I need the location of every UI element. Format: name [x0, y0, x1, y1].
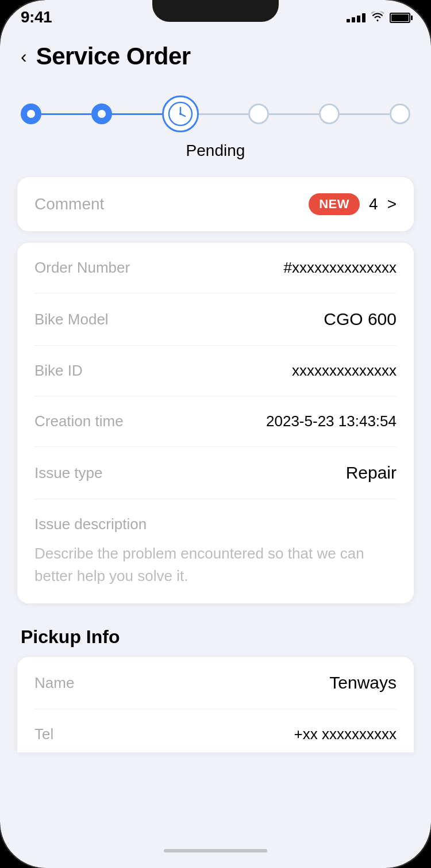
svg-point-3 [179, 113, 182, 115]
pickup-info-card: Name Tenways Tel +xx xxxxxxxxxx [17, 657, 414, 752]
pickup-name-label: Name [34, 674, 74, 692]
bike-id-value: xxxxxxxxxxxxxx [292, 362, 397, 380]
current-step-label: Pending [186, 142, 245, 160]
pickup-name-row: Name Tenways [34, 657, 397, 709]
battery-icon [390, 13, 410, 23]
creation-time-value: 2023-5-23 13:43:54 [266, 412, 397, 430]
issue-type-row: Issue type Repair [34, 447, 397, 499]
new-badge: NEW [309, 193, 360, 215]
bottom-bar [0, 833, 431, 868]
home-indicator [164, 849, 267, 852]
issue-description-row: Issue description Describe the problem e… [34, 499, 397, 603]
back-button[interactable]: ‹ [21, 47, 27, 66]
bike-id-label: Bike ID [34, 362, 83, 380]
issue-description-placeholder: Describe the problem encountered so that… [34, 542, 397, 587]
order-info-card: Order Number #xxxxxxxxxxxxxx Bike Model … [17, 243, 414, 603]
pickup-tel-label: Tel [34, 725, 53, 743]
status-time: 9:41 [21, 8, 52, 26]
creation-time-row: Creation time 2023-5-23 13:43:54 [34, 396, 397, 447]
scroll-content: ‹ Service Order [0, 31, 431, 833]
step-line-2 [112, 113, 162, 115]
issue-description-label: Issue description [34, 515, 147, 533]
wifi-icon [371, 10, 384, 25]
step-5 [319, 104, 340, 124]
chevron-right-icon: > [387, 195, 397, 213]
bike-model-row: Bike Model CGO 600 [34, 293, 397, 346]
issue-type-label: Issue type [34, 464, 103, 482]
steps-container [21, 95, 410, 132]
step-4 [248, 104, 269, 124]
bike-model-value: CGO 600 [324, 309, 397, 329]
pickup-info-title: Pickup Info [0, 615, 431, 657]
bike-model-label: Bike Model [34, 311, 109, 328]
step-3-clock [162, 95, 199, 132]
step-line-3 [199, 113, 249, 115]
step-line-4 [269, 113, 319, 115]
issue-type-value: Repair [346, 463, 397, 483]
pickup-tel-row: Tel +xx xxxxxxxxxx [34, 709, 397, 752]
header: ‹ Service Order [0, 31, 431, 84]
step-1 [21, 104, 41, 124]
pickup-tel-value: +xx xxxxxxxxxx [294, 725, 397, 743]
comment-card[interactable]: Comment NEW 4 > [17, 177, 414, 231]
step-line-1 [41, 113, 91, 115]
comment-right: NEW 4 > [309, 193, 397, 215]
comment-label: Comment [34, 195, 104, 213]
order-number-row: Order Number #xxxxxxxxxxxxxx [34, 243, 397, 293]
bike-id-row: Bike ID xxxxxxxxxxxxxx [34, 346, 397, 396]
comment-count: 4 [369, 195, 378, 213]
pickup-name-value: Tenways [329, 673, 397, 693]
step-2 [91, 104, 112, 124]
step-6 [390, 104, 410, 124]
step-line-5 [340, 113, 390, 115]
page-title: Service Order [36, 43, 191, 70]
signal-icon [347, 13, 365, 22]
order-number-value: #xxxxxxxxxxxxxx [284, 259, 397, 277]
progress-section: Pending [0, 84, 431, 177]
status-icons [347, 8, 410, 25]
order-number-label: Order Number [34, 259, 130, 277]
creation-time-label: Creation time [34, 412, 124, 430]
